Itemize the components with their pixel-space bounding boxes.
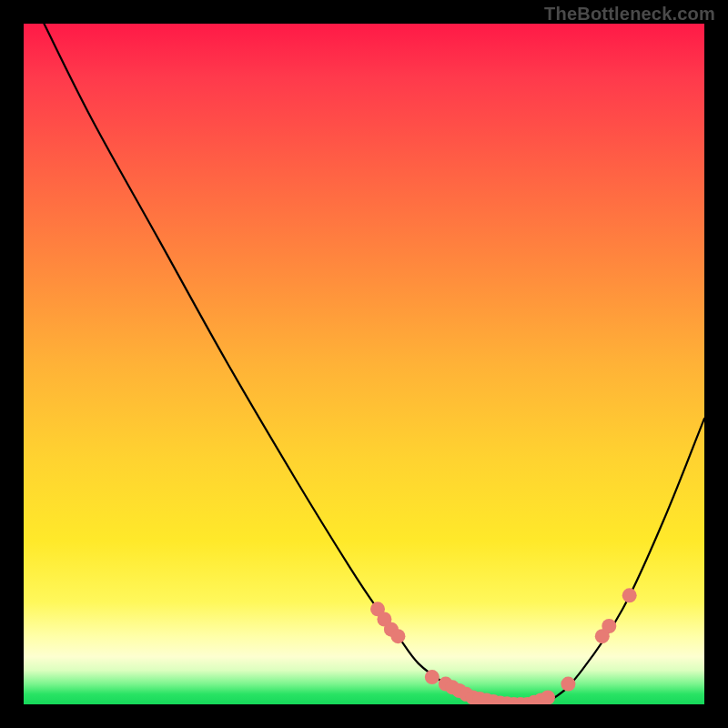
highlight-dot <box>541 691 555 705</box>
bottleneck-curve <box>44 24 704 704</box>
highlight-dots <box>370 588 637 704</box>
highlight-dot <box>425 670 440 684</box>
curve-layer <box>24 24 704 704</box>
plot-area <box>24 24 704 704</box>
highlight-dot <box>390 629 405 643</box>
watermark-text: TheBottleneck.com <box>544 4 715 25</box>
highlight-dot <box>622 588 637 602</box>
chart-frame: TheBottleneck.com <box>0 0 728 728</box>
highlight-dot <box>561 677 575 692</box>
highlight-dot <box>602 619 616 633</box>
